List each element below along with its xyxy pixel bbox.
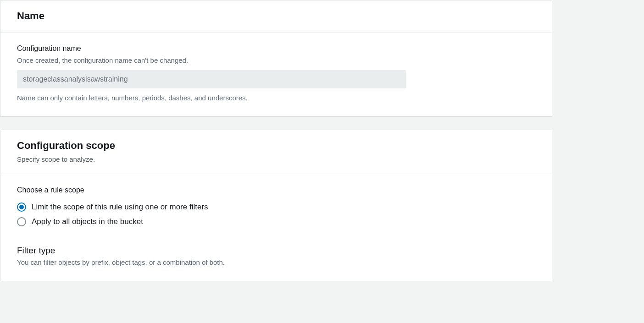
radio-icon [17,217,26,226]
filter-type-hint: You can filter objects by prefix, object… [17,257,539,268]
rule-scope-field: Choose a rule scope Limit the scope of t… [17,185,539,229]
name-panel-body: Configuration name Once created, the con… [0,33,552,116]
scope-panel-subtitle: Specify scope to analyze. [17,154,539,165]
radio-option-limit[interactable]: Limit the scope of this rule using one o… [17,200,539,214]
rule-scope-label: Choose a rule scope [17,185,539,195]
radio-option-all[interactable]: Apply to all objects in the bucket [17,214,539,229]
name-panel-title: Name [17,10,539,23]
configuration-name-hint: Once created, the configuration name can… [17,55,539,66]
configuration-name-help: Name can only contain letters, numbers, … [17,93,539,104]
scope-panel-body: Choose a rule scope Limit the scope of t… [0,174,552,281]
configuration-name-label: Configuration name [17,44,539,54]
filter-type-section: Filter type You can filter objects by pr… [17,246,539,268]
scope-panel-header: Configuration scope Specify scope to ana… [0,130,552,174]
configuration-name-field: Configuration name Once created, the con… [17,44,539,104]
configuration-name-input [17,70,406,88]
rule-scope-radio-group: Limit the scope of this rule using one o… [17,200,539,229]
radio-icon [17,203,26,212]
radio-label-limit: Limit the scope of this rule using one o… [32,203,208,212]
scope-panel-title: Configuration scope [17,139,539,153]
name-panel: Name Configuration name Once created, th… [0,0,552,117]
scope-panel: Configuration scope Specify scope to ana… [0,130,552,281]
filter-type-title: Filter type [17,246,539,256]
radio-label-all: Apply to all objects in the bucket [32,217,143,226]
name-panel-header: Name [0,0,552,33]
